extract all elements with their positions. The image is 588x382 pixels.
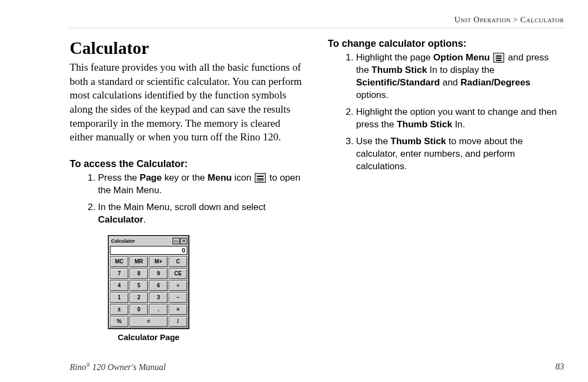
calc-key-2: 2 xyxy=(130,292,148,303)
calc-key-c: C xyxy=(169,256,187,267)
calc-title-buttons: ▭ ✕ xyxy=(173,238,187,244)
manual-page: Unit Operation > Calculator Calculator T… xyxy=(0,0,588,382)
page-footer: Rino® 120 Owner's Manual 83 xyxy=(70,362,564,372)
calc-key-mplus: M+ xyxy=(149,256,168,267)
calculator-figure: Calculator ▭ ✕ 0 MC MR M+ C 7 8 xyxy=(102,235,195,342)
calc-key-4: 4 xyxy=(110,280,128,291)
access-steps: Press the Page key or the Menu icon to o… xyxy=(70,172,306,226)
calc-key-mr: MR xyxy=(130,256,148,267)
calc-key-3: 3 xyxy=(149,292,168,303)
calc-key-div: ÷ xyxy=(169,280,187,291)
calc-key-0: 0 xyxy=(130,304,148,315)
breadcrumb-section: Unit Operation xyxy=(454,15,511,24)
breadcrumb: Unit Operation > Calculator xyxy=(70,15,564,28)
calc-key-pct: % xyxy=(110,316,128,327)
page-title: Calculator xyxy=(70,38,306,58)
access-step-1: Press the Page key or the Menu icon to o… xyxy=(98,172,306,197)
options-step-1: Highlight the page Option Menu and press… xyxy=(356,52,564,102)
breadcrumb-sep: > xyxy=(511,15,520,24)
calc-key-pm: ± xyxy=(110,304,128,315)
calc-key-1: 1 xyxy=(110,292,128,303)
calc-key-6: 6 xyxy=(149,280,168,291)
calc-key-times: × xyxy=(169,304,187,315)
access-step-2: In the Main Menu, scroll down and select… xyxy=(98,201,306,226)
calc-key-7: 7 xyxy=(110,268,128,279)
calc-sysbtn-2: ✕ xyxy=(180,238,187,244)
calc-keypad: MC MR M+ C 7 8 9 CE 4 5 6 ÷ 1 2 xyxy=(110,256,187,327)
calc-key-mc: MC xyxy=(110,256,128,267)
left-column: Calculator This feature provides you wit… xyxy=(70,38,306,342)
calc-title: Calculator xyxy=(110,238,173,244)
calc-key-ce: CE xyxy=(169,268,187,279)
options-step-2: Highlight the option you want to change … xyxy=(356,106,564,131)
calc-key-8: 8 xyxy=(130,268,148,279)
options-step-3: Use the Thumb Stick to move about the ca… xyxy=(356,135,564,173)
breadcrumb-page: Calculator xyxy=(520,15,564,24)
calc-key-5: 5 xyxy=(130,280,148,291)
calc-display: 0 xyxy=(110,246,187,255)
right-column: To change calculator options: Highlight … xyxy=(328,38,564,342)
subhead-access: To access the Calculator: xyxy=(70,158,306,170)
calc-key-eq: = xyxy=(130,316,168,327)
options-steps: Highlight the page Option Menu and press… xyxy=(328,52,564,172)
calc-caption: Calculator Page xyxy=(102,332,195,342)
calc-key-dot: . xyxy=(149,304,168,315)
columns: Calculator This feature provides you wit… xyxy=(70,38,564,342)
calc-key-slash: / xyxy=(169,316,187,327)
calc-key-minus: − xyxy=(169,292,187,303)
calc-sysbtn-1: ▭ xyxy=(173,238,180,244)
menu-icon xyxy=(255,173,266,183)
footer-manual: Rino® 120 Owner's Manual xyxy=(70,362,166,372)
option-menu-icon xyxy=(493,53,504,63)
calc-key-9: 9 xyxy=(149,268,168,279)
intro-paragraph: This feature provides you with all the b… xyxy=(70,60,306,144)
footer-pagenum: 83 xyxy=(555,362,564,372)
calc-titlebar: Calculator ▭ ✕ xyxy=(110,237,187,245)
subhead-options: To change calculator options: xyxy=(328,38,564,50)
calculator-mock: Calculator ▭ ✕ 0 MC MR M+ C 7 8 xyxy=(108,235,189,329)
